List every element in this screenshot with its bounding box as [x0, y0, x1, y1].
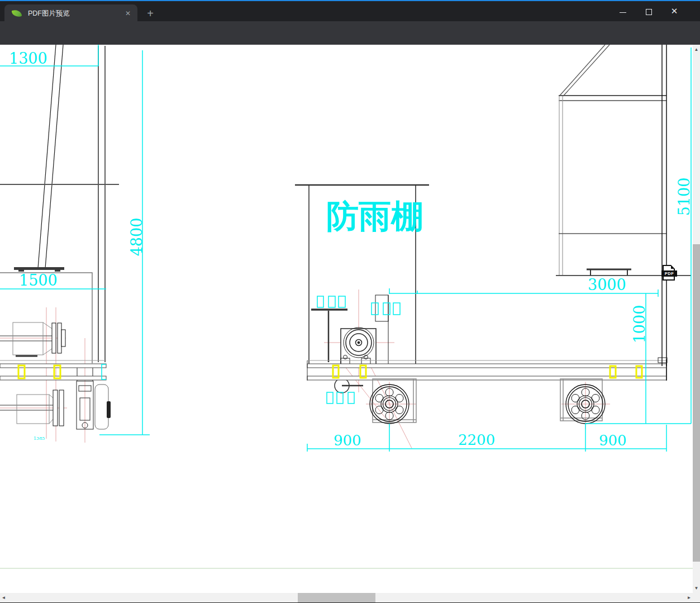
centerlines — [0, 289, 610, 448]
minimize-button[interactable] — [610, 2, 636, 21]
rain-shelter-label: 防雨棚 — [326, 199, 423, 235]
tab-title: PDF图片预览 — [28, 9, 122, 18]
cad-line-drawing — [0, 45, 693, 593]
new-tab-button[interactable]: + — [143, 7, 158, 21]
close-button[interactable]: ✕ — [661, 2, 687, 21]
titlebar: PDF图片预览 ✕ + ✕ — [0, 1, 700, 21]
dim-label-2200: 2200 — [458, 432, 495, 448]
dim-label-1000: 1000 — [632, 302, 647, 346]
maximize-icon — [646, 9, 652, 15]
scroll-right-icon[interactable]: ► — [685, 593, 693, 602]
horizontal-scrollbar[interactable]: ◄ ► — [0, 593, 693, 602]
scroll-down-icon[interactable]: ▼ — [693, 583, 700, 593]
browser-window: PDF图片预览 ✕ + ✕ localhost:8012/onlinePrevi… — [0, 0, 700, 603]
scroll-up-icon[interactable]: ▲ — [693, 45, 700, 54]
wheel-brackets — [373, 379, 602, 422]
spring-leaf-favicon — [11, 8, 22, 18]
dim-label-900-right: 900 — [599, 433, 627, 448]
maximize-button[interactable] — [636, 2, 661, 21]
scroll-left-icon[interactable]: ◄ — [0, 593, 7, 602]
vertical-scrollbar[interactable]: ▲ ▼ — [693, 45, 700, 593]
horizontal-scroll-thumb[interactable] — [298, 593, 375, 602]
pdf-badge: PDF — [661, 270, 677, 277]
dim-label-1300: 1300 — [9, 51, 47, 67]
dim-label-5100: 5100 — [677, 174, 692, 219]
pdf-icon[interactable]: PDF — [663, 265, 675, 281]
vertical-scroll-thumb[interactable] — [693, 244, 700, 562]
dim-label-1385: 1385 — [34, 436, 45, 441]
dim-label-4800: 4800 — [129, 215, 145, 259]
right-view — [556, 45, 691, 366]
dim-label-900-left: 900 — [334, 433, 361, 448]
minimize-icon — [620, 12, 626, 13]
browser-tab[interactable]: PDF图片预览 ✕ — [4, 4, 137, 22]
dwg-preview-canvas: 1300 1500 4800 5100 3000 1000 900 2200 9… — [0, 45, 693, 593]
scrollbar-corner — [693, 593, 700, 602]
folded-corner — [671, 265, 675, 269]
tab-close-icon[interactable]: ✕ — [122, 10, 134, 17]
dim-label-1500: 1500 — [19, 273, 58, 288]
browser-toolbar: localhost:8012/onlinePreview?url=http%3A… — [0, 21, 700, 45]
dim-label-3000: 3000 — [588, 277, 626, 293]
